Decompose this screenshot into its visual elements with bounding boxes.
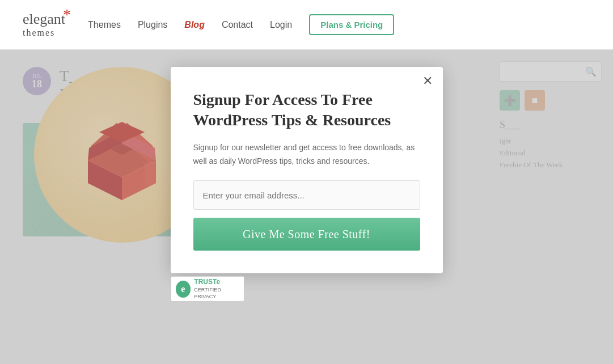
logo-themes: themes <box>23 28 65 38</box>
truste-text: TRUSTe CERTIFIED PRIVACY <box>194 278 239 300</box>
modal-title: Signup For Access To Free WordPress Tips… <box>193 90 420 131</box>
page-background: JUL 18 T_____________ H_____________ Po_… <box>0 50 613 364</box>
truste-logo: e TRUSTe CERTIFIED PRIVACY <box>171 276 244 302</box>
main-nav: Themes Plugins Blog Contact Login Plans … <box>88 14 590 35</box>
signup-modal: ✕ Signup For Access To Free WordPress Ti… <box>171 67 443 273</box>
logo[interactable]: elegant* themes <box>23 11 65 37</box>
plans-pricing-button[interactable]: Plans & Pricing <box>309 14 394 35</box>
modal-close-button[interactable]: ✕ <box>422 75 433 87</box>
site-header: elegant* themes Themes Plugins Blog Cont… <box>0 0 613 50</box>
submit-button[interactable]: Give Me Some Free Stuff! <box>193 218 420 251</box>
email-input[interactable] <box>193 180 420 210</box>
nav-plugins[interactable]: Plugins <box>138 20 167 30</box>
truste-badge: e TRUSTe CERTIFIED PRIVACY <box>171 276 244 302</box>
nav-contact[interactable]: Contact <box>222 20 253 30</box>
nav-login[interactable]: Login <box>270 20 292 30</box>
nav-themes[interactable]: Themes <box>88 20 121 30</box>
modal-overlay: ✕ Signup For Access To Free WordPress Ti… <box>0 50 613 364</box>
nav-blog[interactable]: Blog <box>184 20 205 30</box>
truste-icon: e <box>176 281 191 298</box>
logo-asterisk: * <box>63 6 71 24</box>
modal-description: Signup for our newsletter and get access… <box>193 141 420 168</box>
logo-elegant: elegant* <box>23 11 65 28</box>
